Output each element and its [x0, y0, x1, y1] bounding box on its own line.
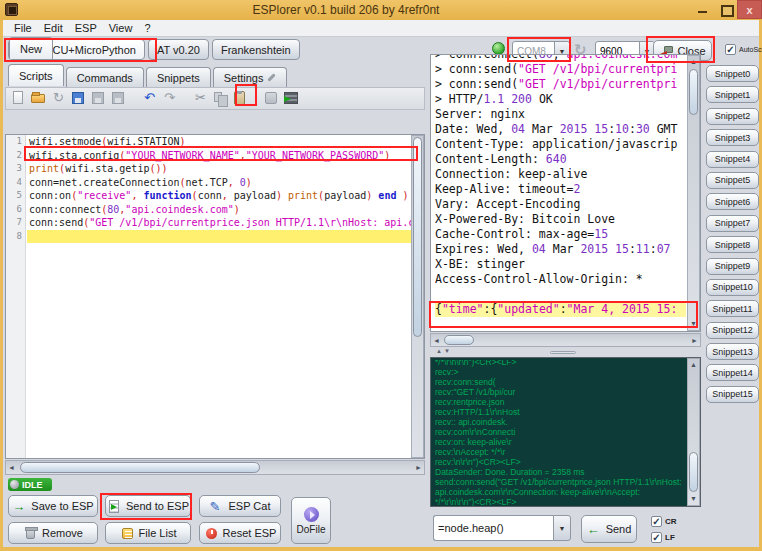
- lf-label: LF: [665, 533, 675, 542]
- remove-button[interactable]: Remove: [8, 522, 98, 544]
- snippet-button-4[interactable]: Snippet4: [706, 151, 759, 168]
- undo-icon[interactable]: ↶: [141, 90, 158, 107]
- terminal-line: > conn:connect(80,"api.coindesk.com"): [435, 55, 686, 62]
- snippet-button-14[interactable]: Snippet14: [706, 364, 759, 381]
- chevron-down-icon[interactable]: ▼: [553, 515, 571, 541]
- log-line: recv:\n\r\n")<CR><LF>: [435, 457, 686, 467]
- left-tab-snippets[interactable]: Snippets: [146, 67, 211, 87]
- save-all-icon[interactable]: [110, 90, 127, 107]
- snippet-button-15[interactable]: Snippet15: [706, 386, 759, 403]
- snippet-button-8[interactable]: Snippet8: [706, 236, 759, 253]
- snippet-button-11[interactable]: Snippet11: [706, 300, 759, 317]
- save-as-icon[interactable]: [90, 90, 107, 107]
- log-line: recv:HTTP/1.1\r\nHost: [435, 407, 686, 417]
- debug-log[interactable]: */*\r\n\r\n")<CR><LF>recv:>recv:conn:sen…: [430, 357, 701, 507]
- lf-checkbox[interactable]: ✓: [651, 532, 662, 543]
- left-tab-commands[interactable]: Commands: [66, 67, 144, 87]
- terminal-line: Vary: Accept-Encoding: [435, 197, 686, 212]
- log-line: recv:"GET /v1/bpi/cur: [435, 387, 686, 397]
- command-input[interactable]: [433, 515, 553, 541]
- snippet-button-3[interactable]: Snippet3: [706, 129, 759, 146]
- copy-icon[interactable]: [212, 90, 229, 107]
- paste-icon[interactable]: [232, 90, 249, 107]
- main-tab-1[interactable]: AT v0.20: [148, 39, 209, 60]
- splitter-arrows-icon[interactable]: ▲▼: [436, 348, 452, 354]
- code-area[interactable]: wifi.setmode(wifi.STATION)wifi.sta.confi…: [27, 135, 411, 458]
- dofile-icon: [304, 507, 319, 522]
- close-window-button[interactable]: [737, 0, 762, 19]
- terminal-line: Date: Wed, 04 Mar 2015 15:10:30 GMT: [435, 122, 686, 137]
- log-line: recv:conn:send(: [435, 377, 686, 387]
- save-to-esp-button[interactable]: → Save to ESP: [8, 495, 98, 517]
- menu-item-esp[interactable]: ESP: [70, 21, 102, 35]
- snippet-button-10[interactable]: Snippet10: [706, 279, 759, 296]
- menu-bar: FileEditESPView?: [3, 20, 759, 37]
- log-vertical-scrollbar[interactable]: ▲ ▼: [687, 358, 700, 506]
- send-to-esp-icon[interactable]: [283, 90, 300, 107]
- upload-icon[interactable]: [263, 90, 280, 107]
- file-list-button[interactable]: File List: [105, 522, 191, 544]
- reload-icon[interactable]: ↻: [50, 90, 67, 107]
- cr-label: CR: [665, 517, 677, 526]
- send-to-esp-button[interactable]: Send to ESP: [105, 495, 191, 517]
- autoscroll-checkbox[interactable]: ✓: [725, 44, 736, 55]
- titlebar: ESPlorer v0.1 build 206 by 4refr0nt: [0, 0, 762, 20]
- reset-esp-label: Reset ESP: [223, 527, 277, 539]
- panel-splitter[interactable]: ▲▼: [430, 348, 701, 357]
- maximize-button[interactable]: [715, 0, 737, 19]
- menu-item-[interactable]: ?: [139, 21, 155, 35]
- line-number: 2: [6, 149, 25, 163]
- code-line-8: [27, 230, 411, 244]
- terminal-line: [435, 287, 686, 302]
- snippet-button-0[interactable]: Snippet0: [706, 65, 759, 82]
- editor-file-tab[interactable]: New: [9, 37, 53, 59]
- snippet-button-12[interactable]: Snippet12: [706, 322, 759, 339]
- esp-cat-button[interactable]: ✎ ESP Cat: [199, 495, 281, 517]
- terminal-line: {"time":{"updated":"Mar 4, 2015 15:: [435, 302, 686, 317]
- snippet-button-13[interactable]: Snippet13: [706, 343, 759, 360]
- editor-horizontal-scrollbar[interactable]: ◄ ►: [5, 460, 425, 475]
- log-line: */*\r\n\r\n")<CR><LF>: [435, 497, 686, 506]
- save-icon[interactable]: [70, 90, 87, 107]
- editor-vertical-scrollbar[interactable]: [411, 135, 424, 458]
- left-tab-bar: ScriptsCommandsSnippetsSettings: [8, 64, 289, 88]
- terminal-horizontal-scrollbar[interactable]: ◄ ►: [430, 333, 701, 347]
- snippet-button-5[interactable]: Snippet5: [706, 172, 759, 189]
- snippet-button-2[interactable]: Snippet2: [706, 108, 759, 125]
- main-tab-2[interactable]: Frankenshtein: [212, 39, 300, 60]
- snippet-button-1[interactable]: Snippet1: [706, 86, 759, 103]
- left-tab-settings[interactable]: Settings: [213, 67, 288, 87]
- send-command-button[interactable]: ← Send: [581, 515, 637, 543]
- snippet-button-6[interactable]: Snippet6: [706, 193, 759, 210]
- menu-item-edit[interactable]: Edit: [39, 21, 68, 35]
- new-file-icon[interactable]: [10, 90, 27, 107]
- terminal-line: > conn:send("GET /v1/bpi/currentpri: [435, 77, 686, 92]
- minimize-button[interactable]: [692, 0, 714, 19]
- reset-esp-button[interactable]: Reset ESP: [199, 522, 281, 544]
- lf-checkbox-row: ✓ LF: [651, 532, 675, 543]
- serial-terminal[interactable]: > conn:connect(80,"api.coindesk.com")> c…: [430, 54, 701, 332]
- menu-item-view[interactable]: View: [104, 21, 138, 35]
- line-number: 1: [6, 135, 25, 149]
- log-line: */*\r\n\r\n")<CR><LF>: [435, 360, 686, 367]
- splitter-grip[interactable]: [550, 351, 576, 354]
- snippet-button-9[interactable]: Snippet9: [706, 258, 759, 275]
- terminal-line: Cache-Control: max-age=15: [435, 227, 686, 242]
- line-number: 4: [6, 176, 25, 190]
- dofile-label: DoFile: [297, 524, 326, 535]
- window-title: ESPlorer v0.1 build 206 by 4refr0nt: [0, 3, 692, 17]
- terminal-vertical-scrollbar[interactable]: ▲ ▼: [687, 55, 700, 331]
- dofile-button[interactable]: DoFile: [291, 497, 331, 544]
- log-line: recv:>: [435, 367, 686, 377]
- trash-icon: [23, 526, 38, 541]
- left-tab-scripts[interactable]: Scripts: [8, 64, 64, 86]
- open-file-icon[interactable]: [30, 90, 47, 107]
- status-led-icon: [10, 480, 19, 489]
- wrench-icon: [268, 73, 276, 81]
- menu-item-file[interactable]: File: [9, 21, 37, 35]
- redo-icon[interactable]: ↷: [161, 90, 178, 107]
- cr-checkbox[interactable]: ✓: [651, 516, 662, 527]
- cut-icon[interactable]: ✂: [192, 90, 209, 107]
- code-editor[interactable]: 12345678 wifi.setmode(wifi.STATION)wifi.…: [5, 134, 425, 459]
- snippet-button-7[interactable]: Snippet7: [706, 215, 759, 232]
